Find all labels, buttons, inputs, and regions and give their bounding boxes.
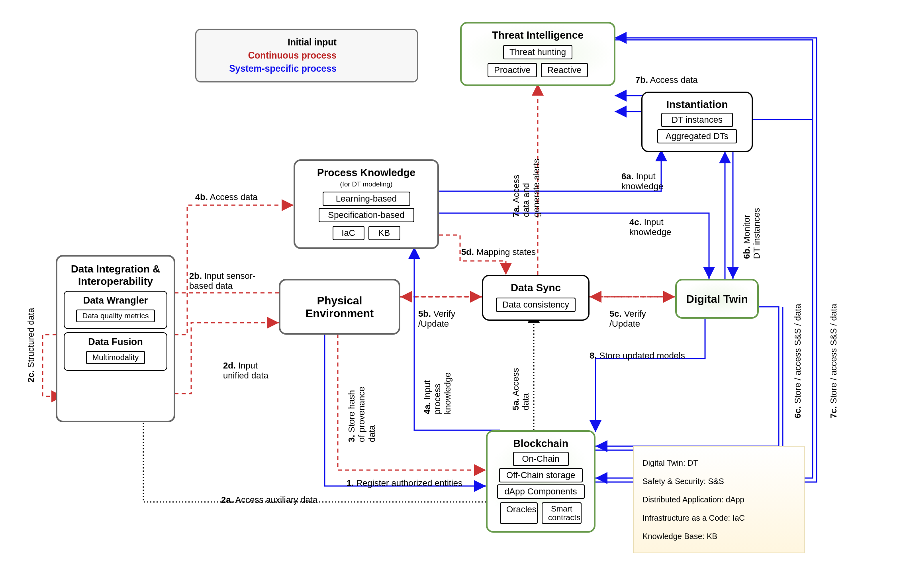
legend-box: Initial input Continuous process System-…: [195, 29, 418, 82]
title-blockchain: Blockchain: [492, 437, 590, 450]
gloss-iac: Infrastructure as a Code: IaC: [642, 509, 795, 527]
sub-dt-instances: DT instances: [661, 113, 733, 127]
label-5c: 5c. Verify /Update: [609, 309, 646, 329]
box-data-sync: Data Sync Data consistency: [482, 275, 590, 321]
label-7b: 7b. Access data: [635, 75, 698, 85]
gloss-dapp: Distributed Application: dApp: [642, 490, 795, 509]
sub-proactive: Proactive: [488, 63, 537, 77]
gloss-ss: Safety & Security: S&S: [642, 472, 795, 490]
group-data-wrangler: Data Wrangler Data quality metrics: [64, 291, 167, 329]
sub-oracles: Oracles: [500, 502, 538, 524]
sub-dapp: dApp Components: [497, 484, 585, 499]
label-1: 1. Register authorized entities: [347, 478, 462, 488]
title-data-sync: Data Sync: [487, 282, 584, 294]
label-5d: 5d. Mapping states: [461, 247, 536, 257]
label-6b: 6b. Monitor DT instances: [742, 208, 762, 259]
title-data-wrangler: Data Wrangler: [68, 295, 163, 306]
glossary-box: Digital Twin: DT Safety & Security: S&S …: [633, 446, 805, 553]
gloss-dt: Digital Twin: DT: [642, 454, 795, 472]
label-6a: 6a. Input knowledge: [621, 171, 663, 192]
title-digital-twin: Digital Twin: [686, 293, 748, 306]
sub-iac: IaC: [333, 226, 364, 240]
sub-kb: KB: [368, 226, 400, 240]
legend-system: System-specific process: [229, 63, 337, 74]
label-7a: 7a. Access data and generate alerts: [511, 159, 541, 217]
sub-threat-hunting: Threat hunting: [503, 45, 572, 59]
box-data-integration: Data Integration & Interoperability Data…: [56, 255, 175, 422]
legend-initial: Initial input: [233, 37, 337, 48]
label-2b: 2b. Input sensor- based data: [189, 271, 255, 291]
label-2a: 2a. Access auxiliary data: [221, 495, 317, 505]
sub-agg-dts: Aggregated DTs: [657, 129, 737, 143]
gloss-kb: Knowledge Base: KB: [642, 527, 795, 545]
title-threat-intel: Threat Intelligence: [466, 29, 610, 41]
title-process-knowledge: Process Knowledge: [299, 167, 433, 179]
label-3: 3. Store hash of provenance data: [347, 387, 377, 442]
label-5b: 5b. Verify /Update: [418, 309, 455, 329]
label-6c: 6c. Store / access S&S / data: [793, 304, 803, 418]
label-4c: 4c. Input knowledge: [629, 217, 671, 237]
label-2c: 2c. Structured data: [26, 308, 36, 382]
box-blockchain: Blockchain On-Chain Off-Chain storage dA…: [486, 430, 595, 533]
group-data-fusion: Data Fusion Multimodality: [64, 332, 167, 371]
label-4a: 4a. Input process knowledge: [422, 372, 452, 414]
label-2d: 2d. Input unified data: [223, 361, 268, 381]
sub-smart-contracts: Smart contracts: [542, 502, 582, 524]
sub-learning: Learning-based: [323, 192, 410, 206]
sub-offchain: Off-Chain storage: [499, 468, 583, 482]
sub-onchain: On-Chain: [513, 452, 569, 466]
title-data-integration: Data Integration & Interoperability: [60, 263, 171, 288]
box-process-knowledge: Process Knowledge (for DT modeling) Lear…: [294, 159, 439, 249]
sub-multimodality: Multimodality: [86, 351, 145, 364]
box-instantiation: Instantiation DT instances Aggregated DT…: [641, 92, 753, 152]
legend-continuous: Continuous process: [233, 50, 337, 61]
box-physical-env: Physical Environment: [279, 279, 400, 335]
label-8: 8. Store updated models: [590, 351, 685, 361]
box-digital-twin: Digital Twin: [675, 279, 759, 319]
sub-data-consistency: Data consistency: [496, 298, 576, 312]
label-4b: 4b. Access data: [195, 192, 258, 202]
sub-spec: Specification-based: [319, 208, 414, 222]
title-instantiation: Instantiation: [646, 98, 748, 111]
box-threat-intel: Threat Intelligence Threat hunting Proac…: [460, 22, 615, 86]
title-data-fusion: Data Fusion: [68, 336, 163, 347]
subtitle-process-knowledge: (for DT modeling): [299, 180, 433, 188]
title-physical-env: Physical Environment: [306, 294, 374, 320]
sub-reactive: Reactive: [541, 63, 588, 77]
label-5a: 5a. Access data: [511, 368, 531, 410]
sub-data-quality: Data quality metrics: [76, 310, 155, 322]
label-7c: 7c. Store / access S&S / data: [829, 304, 838, 418]
